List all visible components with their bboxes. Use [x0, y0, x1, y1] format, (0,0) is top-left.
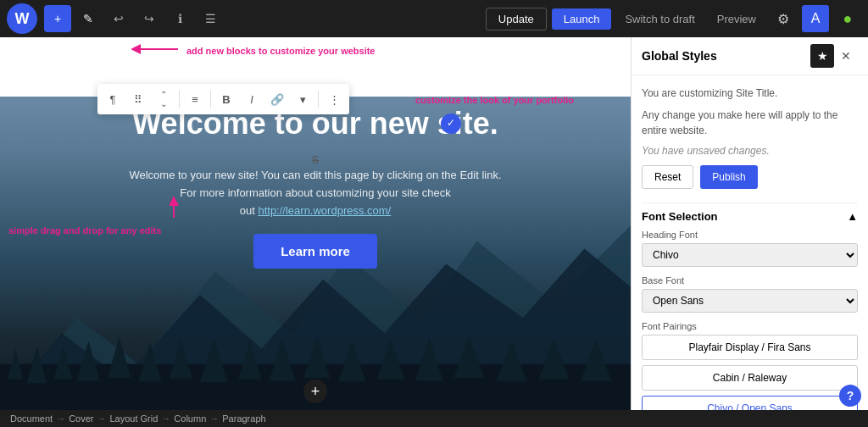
toolbar-divider-3 — [318, 91, 319, 108]
main-toolbar: W + ✎ ↩ ↪ ℹ ☰ Update Launch Switch to dr… — [0, 0, 868, 37]
main-area: ¶ ⠿ ⌃⌄ ≡ B I 🔗 ▾ ⋮ Welcome to our new si… — [0, 37, 868, 410]
strikethrough-char: S — [312, 154, 319, 166]
add-block-button[interactable]: + — [44, 5, 71, 32]
font-selection-header[interactable]: Font Selection ▲ — [642, 202, 858, 230]
font-pairing-3-part1: Chivo — [707, 402, 733, 410]
undo-button[interactable]: ↩ — [105, 5, 132, 32]
breadcrumb-layout-grid[interactable]: Layout Grid — [109, 413, 158, 424]
switch-to-draft-button[interactable]: Switch to draft — [616, 8, 703, 30]
panel-desc-1: You are customizing Site Title. — [642, 86, 858, 101]
hero-link[interactable]: http://learn.wordpress.com/ — [258, 204, 391, 217]
block-options-button[interactable]: ⋮ — [322, 87, 346, 111]
breadcrumb-sep-1: → — [56, 413, 65, 424]
breadcrumb-cover[interactable]: Cover — [69, 413, 93, 424]
checkmark-icon: ✓ — [441, 114, 461, 134]
panel-title: Global Styles — [642, 49, 810, 63]
panel-unsaved-text: You have unsaved changes. — [642, 145, 858, 157]
font-pairings-label: Font Pairings — [642, 321, 858, 331]
panel-close-button[interactable]: ✕ — [834, 44, 858, 68]
right-panel: Global Styles ★ ✕ You are customizing Si… — [631, 37, 868, 410]
redo-button[interactable]: ↪ — [136, 5, 163, 32]
publish-button[interactable]: Publish — [700, 165, 757, 189]
panel-desc-2: Any change you make here will apply to t… — [642, 108, 858, 138]
help-button[interactable]: ? — [839, 385, 861, 407]
panel-bookmark-button[interactable]: ★ — [810, 44, 834, 68]
breadcrumb-sep-3: → — [161, 413, 170, 424]
hero-desc-text: Welcome to your new site! You can edit t… — [129, 169, 501, 217]
hero-content: Welcome to our new site. S Welcome to yo… — [0, 105, 631, 269]
breadcrumb-column[interactable]: Column — [174, 413, 206, 424]
breadcrumb-paragraph[interactable]: Paragraph — [222, 413, 265, 424]
font-selection-label: Font Selection — [642, 210, 718, 223]
more-options-chevron[interactable]: ▾ — [291, 87, 314, 111]
learn-more-button[interactable]: Learn more — [253, 234, 377, 269]
link-button[interactable]: 🔗 — [265, 87, 289, 111]
settings-button[interactable]: ⚙ — [770, 5, 797, 32]
heading-font-label: Heading Font — [642, 230, 858, 240]
align-button[interactable]: ≡ — [183, 87, 207, 111]
paragraph-type-button[interactable]: ¶ — [101, 87, 125, 111]
font-pairing-3[interactable]: Chivo / Open Sans — [642, 396, 858, 410]
list-view-button[interactable]: ☰ — [197, 5, 224, 32]
update-button[interactable]: Update — [486, 8, 547, 30]
font-pairing-3-sep: / — [733, 402, 742, 410]
italic-button[interactable]: I — [240, 87, 264, 111]
panel-actions: Reset Publish — [642, 165, 858, 189]
toolbar-divider — [179, 91, 180, 108]
breadcrumb: Document → Cover → Layout Grid → Column … — [0, 410, 868, 427]
typography-button[interactable]: A — [802, 5, 829, 32]
base-font-field: Base Font Open Sans — [642, 275, 858, 313]
base-font-label: Base Font — [642, 275, 858, 286]
launch-button[interactable]: Launch — [552, 8, 612, 30]
wp-logo[interactable]: W — [7, 3, 37, 34]
panel-body: You are customizing Site Title. Any chan… — [632, 75, 868, 410]
tools-button[interactable]: ✎ — [75, 5, 102, 32]
font-selection-chevron: ▲ — [847, 210, 858, 223]
info-button[interactable]: ℹ — [166, 5, 193, 32]
drag-handle-button[interactable]: ⠿ — [126, 87, 150, 111]
font-pairings-field: Font Pairings Playfair Display / Fira Sa… — [642, 321, 858, 410]
styles-icon-button[interactable]: ● — [834, 5, 861, 32]
block-toolbar: ¶ ⠿ ⌃⌄ ≡ B I 🔗 ▾ ⋮ — [97, 84, 349, 114]
preview-button[interactable]: Preview — [709, 8, 765, 30]
site-canvas[interactable]: ¶ ⠿ ⌃⌄ ≡ B I 🔗 ▾ ⋮ Welcome to our new si… — [0, 37, 631, 410]
heading-font-select[interactable]: Chivo — [642, 243, 858, 267]
add-block-canvas-button[interactable]: + — [303, 380, 327, 403]
bold-button[interactable]: B — [214, 87, 238, 111]
breadcrumb-sep-4: → — [209, 413, 219, 424]
breadcrumb-document[interactable]: Document — [10, 413, 53, 424]
base-font-select[interactable]: Open Sans — [642, 289, 858, 313]
font-pairing-1[interactable]: Playfair Display / Fira Sans — [642, 335, 858, 360]
reset-button[interactable]: Reset — [642, 165, 693, 189]
hero-description: Welcome to your new site! You can edit t… — [112, 167, 519, 219]
font-pairing-3-part2: Open Sans — [742, 402, 793, 410]
font-pairing-2[interactable]: Cabin / Raleway — [642, 365, 858, 391]
move-block-button[interactable]: ⌃⌄ — [152, 87, 175, 111]
heading-font-field: Heading Font Chivo — [642, 230, 858, 267]
toolbar-divider-2 — [210, 91, 211, 108]
breadcrumb-sep-2: → — [97, 413, 106, 424]
panel-header: Global Styles ★ ✕ — [632, 37, 868, 75]
strikethrough-indicator: S — [309, 152, 321, 164]
